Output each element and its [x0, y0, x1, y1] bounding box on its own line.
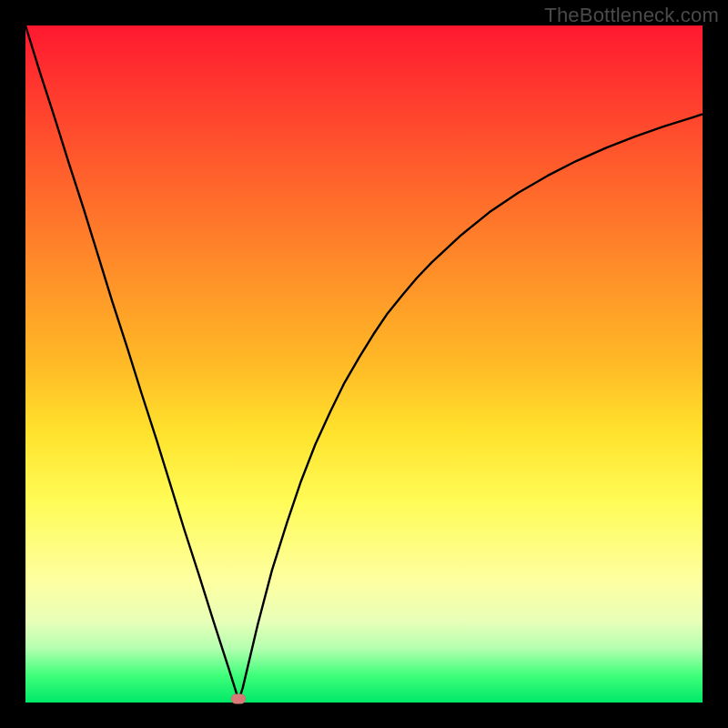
optimal-point-marker: [231, 694, 246, 704]
bottleneck-curve: [25, 25, 703, 703]
watermark-text: TheBottleneck.com: [544, 4, 719, 27]
plot-area: [25, 25, 703, 703]
chart-container: TheBottleneck.com: [0, 0, 728, 728]
